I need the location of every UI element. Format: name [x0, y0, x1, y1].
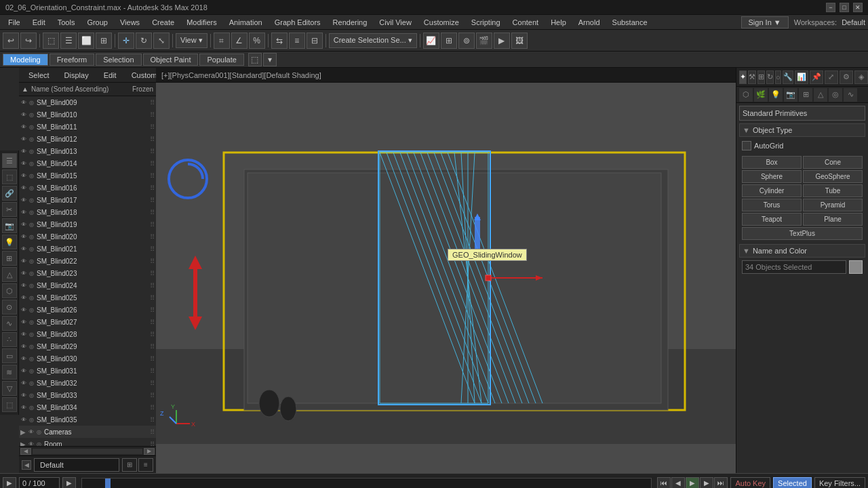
left-icon-helpers[interactable]: ⊞: [2, 251, 17, 266]
go-start-btn[interactable]: ⏮: [657, 477, 671, 489]
group-room[interactable]: ▶ 👁◎ Room⠿: [19, 438, 156, 446]
render-frame-button[interactable]: 🖼: [511, 33, 528, 49]
menu-civil-view[interactable]: Civil View: [374, 17, 416, 28]
sign-in-button[interactable]: Sign In ▼: [741, 16, 789, 28]
scroll-right-btn[interactable]: ▶: [144, 448, 155, 455]
left-icon-hair[interactable]: ≋: [2, 365, 17, 380]
timeline-scrubber[interactable]: [81, 478, 652, 489]
color-btn-2[interactable]: ≡: [138, 458, 153, 472]
left-icon-geometry[interactable]: ⬡: [2, 283, 17, 298]
select-by-name-button[interactable]: ☰: [60, 33, 77, 49]
right-icon-3d[interactable]: ◈: [854, 70, 868, 84]
group-cameras[interactable]: ▶ 👁◎ Cameras⠿: [19, 426, 156, 438]
left-icon-containers[interactable]: ▭: [2, 348, 17, 363]
name-color-section-header[interactable]: ▼ Name and Color: [739, 244, 865, 258]
left-icon-unlink[interactable]: ✂: [2, 202, 17, 217]
move-button[interactable]: ✛: [118, 33, 134, 49]
menu-edit[interactable]: Edit: [27, 17, 51, 28]
autogrid-checkbox[interactable]: [742, 141, 751, 150]
list-item[interactable]: 👁◎ SM_Blind032⠿: [19, 377, 156, 389]
scene-hscroll[interactable]: ◀ ▶: [19, 446, 156, 455]
left-icon-systems[interactable]: ⊙: [2, 300, 17, 314]
right-tab-1[interactable]: ⬡: [739, 88, 753, 102]
left-icon-bottom[interactable]: ⬚: [2, 397, 17, 412]
list-item[interactable]: 👁◎ SM_Blind034⠿: [19, 401, 156, 413]
left-icon-filter[interactable]: ▽: [2, 381, 17, 396]
expand-viewport-btn[interactable]: ▶: [3, 477, 16, 489]
list-item[interactable]: 👁◎ SM_Blind013⠿: [19, 145, 156, 157]
mirror-button[interactable]: ⇆: [271, 33, 288, 49]
list-item[interactable]: 👁◎ SM_Blind019⠿: [19, 218, 156, 230]
subtab-icon-2[interactable]: ▾: [263, 53, 277, 66]
right-icon-expand[interactable]: ⤢: [825, 70, 838, 84]
list-item[interactable]: 👁◎ SM_Blind012⠿: [19, 133, 156, 145]
rotate-button[interactable]: ↻: [136, 33, 152, 49]
menu-arnold[interactable]: Arnold: [573, 17, 606, 28]
menu-substance[interactable]: Substance: [607, 17, 653, 28]
right-tab-8[interactable]: ∿: [844, 88, 857, 102]
menu-graph-editors[interactable]: Graph Editors: [269, 17, 326, 28]
scroll-track[interactable]: [33, 449, 142, 454]
left-icon-scene-explorer[interactable]: ☰: [2, 153, 17, 168]
viewport-canvas[interactable]: X Y Z GEO_Slidi: [156, 83, 736, 473]
subtab-populate[interactable]: Populate: [199, 54, 243, 66]
menu-content[interactable]: Content: [507, 17, 545, 28]
menu-rendering[interactable]: Rendering: [328, 17, 373, 28]
frozen-column-header[interactable]: Frozen: [132, 85, 153, 93]
create-panel-title[interactable]: Standard Primitives: [739, 106, 865, 121]
create-icon-btn[interactable]: ✦: [739, 70, 747, 84]
list-item[interactable]: 👁◎ SM_Blind025⠿: [19, 291, 156, 304]
curve-editor-button[interactable]: 📈: [423, 33, 439, 49]
minimize-button[interactable]: −: [826, 3, 835, 12]
tab-select[interactable]: Select: [22, 70, 56, 81]
list-item[interactable]: 👁◎ SM_Blind015⠿: [19, 169, 156, 182]
obj-btn-plane[interactable]: Plane: [803, 213, 863, 226]
list-item[interactable]: 👁◎ SM_Blind033⠿: [19, 389, 156, 401]
list-item[interactable]: 👁◎ SM_Blind024⠿: [19, 279, 156, 291]
utilities-icon-btn[interactable]: 🔧: [783, 70, 793, 84]
name-column-header[interactable]: Name (Sorted Ascending): [31, 85, 109, 93]
undo-button[interactable]: ↩: [3, 33, 19, 49]
view-dropdown[interactable]: View ▾: [176, 33, 208, 48]
selection-region-button[interactable]: ⬜: [78, 33, 94, 49]
list-item[interactable]: 👁◎ SM_Blind017⠿: [19, 194, 156, 206]
objects-selected-input[interactable]: [742, 260, 846, 274]
menu-help[interactable]: Help: [545, 17, 572, 28]
list-item[interactable]: 👁◎ SM_Blind011⠿: [19, 121, 156, 133]
subtab-modeling[interactable]: Modeling: [3, 54, 48, 66]
right-icon-pin[interactable]: 📌: [810, 70, 823, 84]
list-item[interactable]: 👁◎ SM_Blind018⠿: [19, 206, 156, 218]
right-tab-4[interactable]: 📷: [784, 88, 797, 102]
obj-btn-cone[interactable]: Cone: [803, 156, 863, 169]
subtab-freeform[interactable]: Freeform: [50, 54, 95, 66]
viewport[interactable]: [+][PhysCamera001][Standard][Default Sha…: [156, 68, 736, 473]
list-item[interactable]: 👁◎ SM_Blind010⠿: [19, 108, 156, 121]
align-button[interactable]: ≡: [289, 33, 305, 49]
key-filters-button[interactable]: Key Filters...: [814, 477, 865, 489]
render-setup-button[interactable]: 🎬: [476, 33, 492, 49]
left-icon-camera[interactable]: 📷: [2, 218, 17, 233]
list-item[interactable]: 👁◎ SM_Blind035⠿: [19, 413, 156, 426]
list-item[interactable]: 👁◎ SM_Blind030⠿: [19, 352, 156, 365]
close-button[interactable]: ✕: [853, 3, 863, 12]
left-icon-link[interactable]: 🔗: [2, 186, 17, 201]
redo-button[interactable]: ↪: [20, 33, 37, 49]
menu-file[interactable]: File: [3, 17, 26, 28]
left-icon-light[interactable]: 💡: [2, 235, 17, 249]
auto-key-button[interactable]: Auto Key: [730, 477, 770, 489]
angle-snap-button[interactable]: ∠: [231, 33, 248, 49]
motion-icon-btn[interactable]: ↻: [766, 70, 774, 84]
next-frame-btn[interactable]: ▶: [700, 477, 713, 489]
snap-toggle-button[interactable]: ⌗: [214, 33, 230, 49]
list-item[interactable]: 👁◎ SM_Blind028⠿: [19, 328, 156, 340]
play-btn[interactable]: ▶: [686, 477, 699, 489]
menu-scripting[interactable]: Scripting: [466, 17, 506, 28]
right-icon-settings[interactable]: ⚙: [840, 70, 853, 84]
menu-tools[interactable]: Tools: [52, 17, 81, 28]
right-tab-6[interactable]: △: [814, 88, 827, 102]
right-tab-5[interactable]: ⊞: [799, 88, 812, 102]
left-icon-select[interactable]: ⬚: [2, 169, 17, 184]
left-icon-particles[interactable]: ∴: [2, 332, 17, 347]
scroll-left-btn[interactable]: ◀: [20, 448, 31, 455]
render-button[interactable]: ▶: [494, 33, 510, 49]
